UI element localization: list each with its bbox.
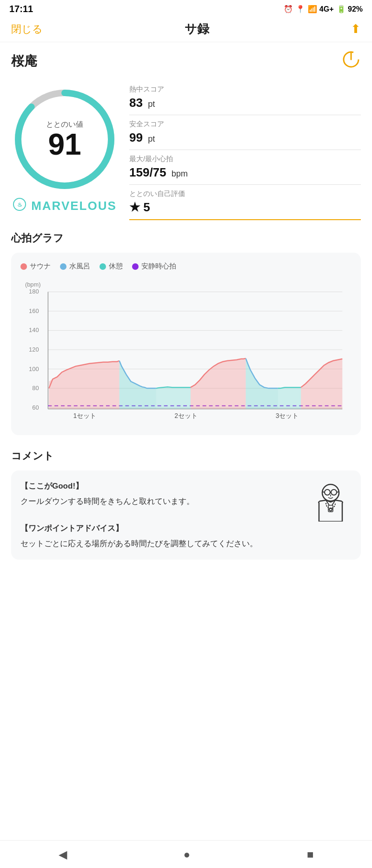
legend-resting-hr: 安静時心拍 [132,262,176,271]
sauna1-fill [49,361,119,409]
score-label-0: 熱中スコア [129,85,361,94]
status-time: 17:11 [9,4,33,14]
alarm-icon: ⏰ [284,5,293,13]
chart-legend: サウナ 水風呂 休憩 安静時心拍 [20,262,352,271]
circle-gauge: ととのい値 91 [11,86,118,193]
score-label-1: 安全スコア [129,120,361,129]
restaurant-row: 桜庵 [11,50,361,73]
score-row-self: ととのい自己評価 ★ 5 [129,185,361,220]
score-row-enthusiasm: 熱中スコア 83 pt [129,80,361,115]
battery-icon: 🔋 92% [337,5,363,13]
svg-point-21 [325,489,330,495]
restaurant-name: 桜庵 [11,52,37,70]
svg-text:120: 120 [29,346,39,353]
svg-text:180: 180 [29,288,39,295]
score-value-1: 99 pt [129,131,361,145]
rest1-fill [156,387,191,409]
svg-text:140: 140 [29,326,39,333]
score-value-2: 159/75 bpm [129,165,361,180]
svg-point-22 [331,489,337,495]
comment-advice-title: 【ワンポイントアドバイス】 [20,522,302,535]
heart-rate-chart-svg: (bpm) 180 160 140 120 100 80 60 [20,277,352,426]
svg-line-24 [323,492,325,492]
home-button[interactable]: ● [184,848,191,861]
svg-text:100: 100 [29,365,39,372]
legend-dot-sauna [20,263,27,270]
x-label-1: 1セット [73,412,97,419]
status-bar: 17:11 ⏰ 📍 📶 4G+ 🔋 92% [0,0,372,16]
legend-dot-hr [132,263,139,270]
legend-dot-rest [100,263,106,270]
bottom-spacer [11,569,361,606]
score-section: ととのい値 91 ♨ MARVELOUS 熱中スコア 83 [11,80,361,220]
svg-text:60: 60 [32,404,39,411]
status-icons: ⏰ 📍 📶 4G+ 🔋 92% [284,5,363,13]
chart-area: (bpm) 180 160 140 120 100 80 60 [20,277,352,426]
rest2-fill [278,387,301,409]
marvelous-icon: ♨ [13,197,27,215]
marvelous-row: ♨ MARVELOUS [13,197,117,215]
legend-dot-water [60,263,66,270]
comment-text: 【ここがGood!】 クールダウンする時間をきちんと取れています。 【ワンポイン… [20,480,302,550]
facility-icon-svg [341,50,361,69]
location-icon: 📍 [296,5,305,13]
score-row-safety: 安全スコア 99 pt [129,115,361,150]
score-value-0: 83 pt [129,96,361,110]
comment-good-text: クールダウンする時間をきちんと取れています。 [20,495,302,509]
x-label-2: 2セット [174,412,198,419]
circle-inner: ととのい値 91 [46,120,83,159]
heart-rate-section-title: 心拍グラフ [11,231,361,245]
y-axis-label: (bpm) [25,281,41,288]
comment-card: 【ここがGood!】 クールダウンする時間をきちんと取れています。 【ワンポイン… [11,470,361,560]
legend-sauna: サウナ [20,262,51,271]
svg-text:♨: ♨ [17,202,22,208]
comment-section-title: コメント [11,449,361,463]
legend-rest: 休憩 [100,262,123,271]
water2-fill [246,359,278,409]
marvelous-text: MARVELOUS [31,199,117,213]
svg-text:80: 80 [32,385,39,392]
score-value-3: ★ 5 [129,200,361,215]
legend-water: 水風呂 [60,262,90,271]
score-label-3: ととのい自己評価 [129,189,361,198]
x-label-3: 3セット [276,412,299,419]
share-button[interactable]: ⬆ [351,22,361,36]
svg-point-27 [329,508,332,511]
back-button[interactable]: ◀ [59,848,67,861]
doctor-icon [310,480,352,522]
main-content: 桜庵 ととのい値 91 [0,42,372,613]
circle-value: 91 [46,130,83,159]
close-button[interactable]: 閉じる [11,22,43,36]
bottom-nav: ◀ ● ■ [0,840,372,868]
signal-icon: 📶 4G+ [308,5,333,13]
scores-right: 熱中スコア 83 pt 安全スコア 99 pt 最大/最小心拍 159/75 b… [129,80,361,220]
sauna3-fill [301,359,342,409]
chart-card: サウナ 水風呂 休憩 安静時心拍 (bpm) 1 [11,253,361,435]
score-row-heartrate: 最大/最小心拍 159/75 bpm [129,150,361,185]
power-icon[interactable] [341,50,361,73]
score-label-2: 最大/最小心拍 [129,155,361,163]
comment-good: 【ここがGood!】 [20,480,302,493]
circle-wrapper: ととのい値 91 ♨ MARVELOUS [11,86,118,215]
nav-bar: 閉じる サ録 ⬆ [0,16,372,42]
comment-advice-text: セットごとに応える場所がある時間たびを調整してみてください。 [20,537,302,551]
recents-button[interactable]: ■ [307,848,314,861]
page-title: サ録 [185,21,209,37]
svg-line-25 [337,492,339,492]
sauna2-fill [191,359,246,409]
svg-text:160: 160 [29,307,39,314]
comment-section: コメント 【ここがGood!】 クールダウンする時間をきちんと取れています。 【… [11,449,361,560]
